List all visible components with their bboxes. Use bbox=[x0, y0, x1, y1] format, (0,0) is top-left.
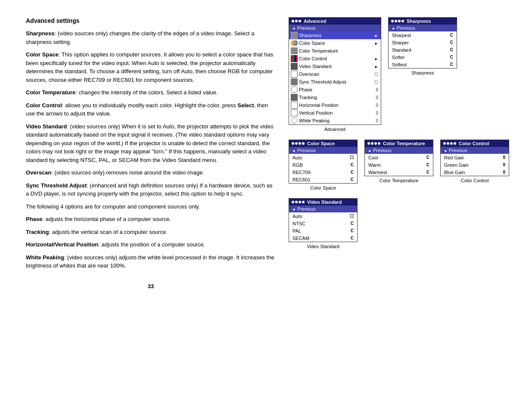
section-title: Advanced settings bbox=[26, 17, 276, 24]
advanced-item-whitepeaking[interactable]: White Peaking 0 bbox=[289, 117, 381, 125]
colorspace-title-label: Color Space bbox=[307, 141, 335, 146]
advanced-item-overscan[interactable]: Overscan ☐ bbox=[289, 70, 381, 78]
sharpness-item-softer[interactable]: Softer C bbox=[389, 53, 457, 61]
vidstandard-title-label: Video Standard bbox=[307, 199, 342, 205]
cc-item-greengain[interactable]: Green Gain 0 bbox=[441, 161, 509, 168]
bold-colorcontrol: Color Control bbox=[26, 102, 62, 109]
para-hvpos: Horizontal/Vertical Position: adjusts th… bbox=[26, 240, 276, 249]
sharpness-icon bbox=[291, 32, 298, 39]
advanced-item-phase[interactable]: Phase 0 bbox=[289, 86, 381, 93]
advanced-item-vidstandard[interactable]: Video Standard bbox=[289, 62, 381, 70]
sharpness-menu: Sharpness Previous Sharpest C Sharper bbox=[388, 17, 457, 68]
colortemp-icon bbox=[291, 47, 298, 54]
para-4options: The following 4 options are for computer… bbox=[26, 202, 276, 211]
sharpness-dots bbox=[391, 20, 404, 22]
ct-dots bbox=[367, 142, 380, 145]
colorspace-caption: Color Space bbox=[310, 185, 336, 190]
ct-item-warm[interactable]: Warm C bbox=[365, 161, 433, 168]
advanced-item-colorspace[interactable]: Color Space bbox=[289, 39, 381, 47]
cc-dots bbox=[443, 142, 456, 145]
whitepeaking-icon bbox=[291, 117, 298, 124]
ct-item-warmest[interactable]: Warmest C bbox=[365, 168, 433, 176]
vertpos-icon bbox=[291, 109, 298, 116]
colorcontrol-menu-col: Color Control Previous Red Gain 0 Green … bbox=[440, 140, 509, 183]
cs-prev-arrow bbox=[292, 148, 296, 153]
colortemp-caption: Color Temperature bbox=[380, 178, 419, 183]
vidstandard-arrow bbox=[374, 64, 378, 69]
bold-colortemp: Color Temperature bbox=[26, 89, 75, 96]
bold-hvpos: Horizontal/Vertical Position bbox=[26, 241, 98, 248]
sharpness-arrow bbox=[374, 33, 378, 38]
cs-dots bbox=[292, 142, 305, 145]
dot2 bbox=[295, 20, 298, 22]
colorspace-menu-col: Color Space Previous Auto ☐ RGB C bbox=[289, 140, 358, 190]
advanced-item-horizpos[interactable]: Horizontal Position 0 bbox=[289, 101, 381, 109]
ct-item-cool[interactable]: Cool C bbox=[365, 154, 433, 161]
sharpness-prev-arrow bbox=[391, 25, 395, 31]
cs-item-rgb[interactable]: RGB C bbox=[289, 161, 357, 168]
sharpness-prev-label: Previous bbox=[397, 25, 415, 31]
colorcontrol-title-bar: Color Control bbox=[441, 140, 509, 147]
advanced-item-tracking[interactable]: Tracking 0 bbox=[289, 93, 381, 101]
row-color-menus: Color Space Previous Auto ☐ RGB C bbox=[289, 140, 509, 190]
bold-overscan: Overscan bbox=[26, 169, 51, 176]
cs-item-auto[interactable]: Auto ☐ bbox=[289, 154, 357, 161]
vidstandard-prev[interactable]: Previous bbox=[289, 206, 357, 212]
text-column: Advanced settings Sharpness: (video sour… bbox=[26, 17, 276, 290]
cc-item-bluegain[interactable]: Blue Gain 0 bbox=[441, 168, 509, 176]
sharpness-title-label: Sharpness bbox=[407, 19, 431, 24]
sharpness-item-standard[interactable]: Standard C bbox=[389, 46, 457, 53]
ct-prev-arrow bbox=[367, 148, 371, 153]
para-tracking: Tracking: adjusts the vertical scan of a… bbox=[26, 228, 276, 237]
bold-colorspace: Color Space bbox=[26, 51, 59, 58]
para-sharpness: Sharpness: (video sources only) changes … bbox=[26, 29, 276, 46]
colorcontrol-title-label: Color Control bbox=[459, 141, 489, 146]
advanced-menu: Advanced Previous Sharpness bbox=[289, 17, 381, 125]
s-dot4 bbox=[401, 20, 404, 22]
advanced-prev[interactable]: Previous bbox=[289, 25, 381, 31]
vidstandard-title-bar: Video Standard bbox=[289, 199, 357, 206]
bold-tracking: Tracking bbox=[26, 229, 49, 235]
cs-item-rec709[interactable]: REC709 C bbox=[289, 168, 357, 176]
vs-dots bbox=[292, 201, 305, 203]
colorcontrol-caption: Color Control bbox=[461, 178, 489, 183]
advanced-menu-col: Advanced Previous Sharpness bbox=[289, 17, 381, 132]
sharpness-prev[interactable]: Previous bbox=[389, 25, 457, 31]
sharpness-item-sharpest[interactable]: Sharpest C bbox=[389, 31, 457, 39]
colorspace-menu: Color Space Previous Auto ☐ RGB C bbox=[289, 140, 358, 184]
vs-prev-arrow bbox=[292, 206, 296, 212]
vs-item-ntsc[interactable]: NTSC C bbox=[289, 220, 357, 227]
advanced-dots bbox=[292, 20, 301, 22]
advanced-item-colortemp[interactable]: Color Temperature bbox=[289, 47, 381, 55]
advanced-item-sharpness[interactable]: Sharpness bbox=[289, 31, 381, 39]
colortemp-menu: Color Temperature Previous Cool C Warm bbox=[364, 140, 433, 176]
vs-item-auto[interactable]: Auto ☐ bbox=[289, 212, 357, 220]
phase-icon bbox=[291, 86, 298, 93]
vidstandard-menu-col: Video Standard Previous Auto ☐ NTSC C bbox=[289, 198, 358, 249]
advanced-prev-arrow bbox=[292, 25, 296, 31]
advanced-item-sync[interactable]: Sync Threshold Adjust ☐ bbox=[289, 78, 381, 86]
sharpness-item-softest[interactable]: Softest C bbox=[389, 61, 457, 68]
sharpness-menu-col: Sharpness Previous Sharpest C Sharper bbox=[388, 17, 457, 75]
colortemp-prev[interactable]: Previous bbox=[365, 147, 433, 154]
colortemp-title-bar: Color Temperature bbox=[365, 140, 433, 147]
para-overscan: Overscan: (video sources only) removes n… bbox=[26, 168, 276, 177]
cs-item-rec601[interactable]: REC601 C bbox=[289, 176, 357, 183]
vs-item-pal[interactable]: PAL C bbox=[289, 227, 357, 234]
colortemp-menu-col: Color Temperature Previous Cool C Warm bbox=[364, 140, 433, 183]
advanced-item-vertpos[interactable]: Vertical Position 0 bbox=[289, 109, 381, 117]
cc-item-redgain[interactable]: Red Gain 0 bbox=[441, 154, 509, 161]
colortemp-title-label: Color Temperature bbox=[383, 141, 425, 146]
advanced-item-colorcontrol[interactable]: Color Control bbox=[289, 55, 381, 62]
para-colortemp: Color Temperature: changes the intensity… bbox=[26, 88, 276, 97]
sharpness-item-sharper[interactable]: Sharper C bbox=[389, 39, 457, 46]
colorcontrol-prev[interactable]: Previous bbox=[441, 147, 509, 154]
vs-item-secam[interactable]: SECAM C bbox=[289, 234, 357, 242]
overscan-icon bbox=[291, 71, 298, 78]
colorspace-prev[interactable]: Previous bbox=[289, 147, 357, 154]
row-advanced-sharpness: Advanced Previous Sharpness bbox=[289, 17, 509, 132]
bold-sync: Sync Threshold Adjust bbox=[26, 182, 87, 189]
colorcontrol-icon bbox=[291, 55, 298, 62]
sharpness-caption: Sharpness bbox=[411, 70, 434, 75]
colorspace-icon bbox=[291, 40, 298, 47]
